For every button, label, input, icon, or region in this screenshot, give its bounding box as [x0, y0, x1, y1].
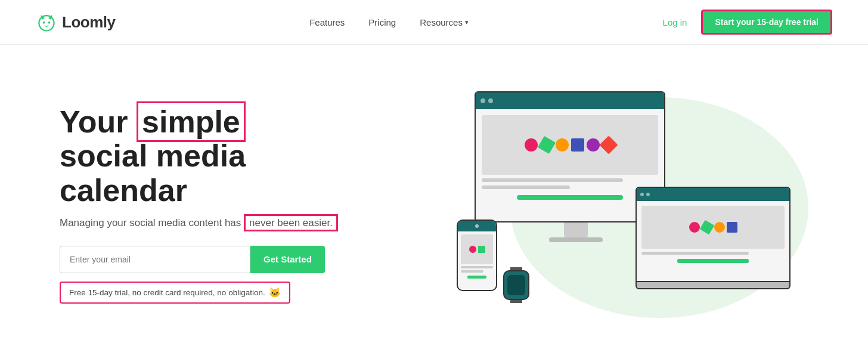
- subtitle: Managing your social media content has n…: [60, 217, 370, 229]
- watch-screen: [507, 275, 525, 295]
- logo[interactable]: Loomly: [36, 11, 115, 33]
- hero-left: Your simple social media calendar Managi…: [60, 105, 370, 304]
- cat-emoji-icon: 🐱: [269, 287, 281, 298]
- mobile-phone: [457, 220, 497, 297]
- phone-line-1: [461, 266, 493, 268]
- monitor-base: [549, 237, 603, 242]
- svg-point-0: [39, 16, 54, 30]
- phone-content: [458, 231, 496, 282]
- header: Loomly Features Pricing Resources ▾ Log …: [0, 0, 868, 45]
- monitor-image: [482, 115, 658, 175]
- svg-point-1: [43, 21, 45, 24]
- login-link[interactable]: Log in: [663, 17, 687, 27]
- nav-features[interactable]: Features: [309, 17, 345, 27]
- watch-band-top: [510, 267, 522, 270]
- watch-band-bottom: [510, 300, 522, 303]
- monitor-line-2: [482, 186, 570, 189]
- laptop-bar: [637, 188, 789, 201]
- logo-text: Loomly: [62, 13, 115, 32]
- smartwatch: [503, 267, 529, 303]
- phone-bar: [458, 221, 496, 231]
- chevron-down-icon: ▾: [465, 18, 469, 26]
- watch-body: [503, 270, 529, 300]
- monitor-dot-2: [488, 98, 493, 103]
- phone-line-2: [461, 270, 483, 273]
- monitor-green-bar: [517, 195, 623, 200]
- laptop-screen: [636, 187, 790, 282]
- nav-resources[interactable]: Resources: [420, 17, 463, 27]
- email-input[interactable]: [60, 246, 250, 273]
- monitor-stand: [564, 222, 588, 237]
- loomly-logo-icon: [36, 11, 57, 33]
- phone-body: [457, 220, 497, 291]
- laptop-content: [637, 201, 789, 268]
- monitor-line-1: [482, 178, 623, 182]
- svg-point-2: [48, 21, 51, 24]
- monitor-bar: [476, 92, 664, 109]
- laptop: [636, 187, 802, 306]
- free-trial-text: Free 15-day trial, no credit card requir…: [69, 288, 265, 297]
- laptop-line: [641, 252, 749, 255]
- main-content: Your simple social media calendar Managi…: [0, 45, 868, 340]
- laptop-image: [641, 206, 785, 249]
- headline-simple: simple: [137, 101, 246, 142]
- headline-prefix: Your: [60, 104, 137, 139]
- headline: Your simple social media calendar: [60, 105, 370, 208]
- laptop-dot-2: [646, 193, 650, 196]
- header-actions: Log in Start your 15-day free trial: [663, 10, 832, 35]
- free-trial-note: Free 15-day trial, no credit card requir…: [60, 282, 290, 304]
- phone-image: [461, 234, 493, 264]
- laptop-base: [636, 282, 790, 289]
- get-started-button[interactable]: Get Started: [250, 246, 325, 273]
- nav-pricing[interactable]: Pricing: [368, 17, 396, 27]
- nav-resources-wrapper: Resources ▾: [420, 17, 469, 27]
- subtitle-prefix: Managing your social media content has: [60, 217, 241, 228]
- phone-green-bar: [467, 276, 486, 279]
- email-row: Get Started: [60, 246, 370, 273]
- laptop-green-bar: [677, 259, 749, 263]
- trial-button[interactable]: Start your 15-day free trial: [701, 10, 832, 35]
- monitor-dot-1: [480, 98, 485, 103]
- nav: Features Pricing Resources ▾: [309, 17, 469, 27]
- phone-dot: [475, 224, 479, 228]
- headline-line2: social media calendar: [60, 139, 370, 207]
- subtitle-highlighted: never been easier.: [244, 214, 338, 231]
- laptop-dot-1: [640, 193, 644, 196]
- hero-illustration: [427, 79, 808, 330]
- headline-line1: Your simple: [60, 105, 370, 139]
